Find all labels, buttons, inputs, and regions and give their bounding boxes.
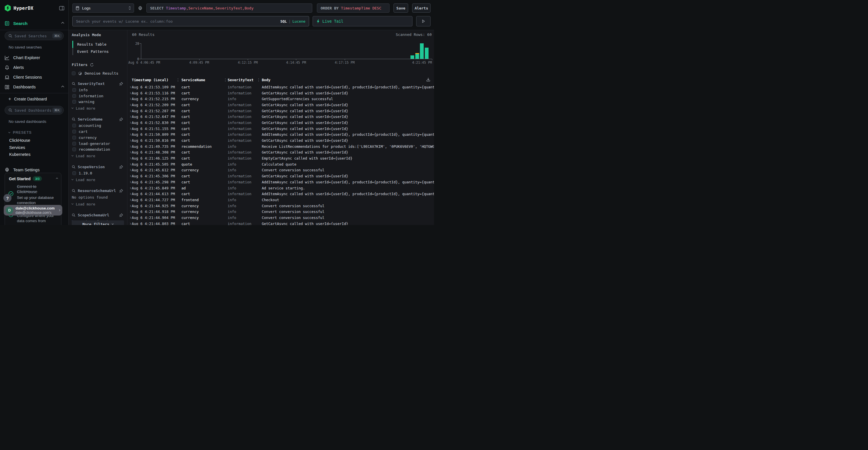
save-button[interactable]: Save — [394, 3, 408, 12]
expand-row-chevron-icon[interactable] — [129, 193, 131, 195]
filter-option[interactable]: currency — [72, 135, 124, 141]
log-row[interactable]: Aug 6 4:21:44.613 PMcartinformationAddIt… — [128, 191, 434, 197]
expand-row-chevron-icon[interactable] — [129, 98, 131, 100]
checkbox[interactable] — [72, 124, 76, 127]
order-by-input[interactable]: ORDER BYTimestampTime DESC — [317, 3, 390, 12]
log-row[interactable]: Aug 6 4:21:44.925 PMcurrencyinfoConvert … — [128, 203, 434, 209]
preset-clickhouse[interactable]: ClickHouse — [9, 137, 68, 144]
expand-row-chevron-icon[interactable] — [129, 116, 131, 118]
log-row[interactable]: Aug 6 4:21:52.287 PMcartinformationGetCa… — [128, 108, 434, 114]
expand-row-chevron-icon[interactable] — [129, 86, 131, 88]
log-row[interactable]: Aug 6 4:21:44.918 PMcurrencyinfoConvert … — [128, 208, 434, 215]
log-row[interactable]: Aug 6 4:21:52.830 PMcartinformationGetCa… — [128, 120, 434, 126]
pin-icon[interactable] — [119, 213, 123, 217]
tab-results-table[interactable]: Results Table — [72, 41, 124, 48]
presets-toggle[interactable]: PRESETS — [9, 131, 68, 135]
expand-row-chevron-icon[interactable] — [129, 146, 131, 148]
col-header-timestamp[interactable]: Timestamp (Local) — [132, 78, 178, 82]
checkbox[interactable] — [72, 94, 76, 98]
expand-row-chevron-icon[interactable] — [129, 151, 131, 153]
log-row[interactable]: Aug 6 4:21:52.209 PMcartinformationGetCa… — [128, 102, 434, 108]
log-row[interactable]: Aug 6 4:21:53.109 PMcartinformationAddIt… — [128, 84, 434, 90]
filter-option[interactable]: recommendation — [72, 147, 124, 153]
log-row[interactable]: Aug 6 4:21:52.647 PMcartinformationGetCa… — [128, 114, 434, 120]
chart-bar[interactable] — [410, 55, 414, 59]
source-select[interactable]: Logs — [72, 3, 134, 12]
chart-bar[interactable] — [420, 43, 424, 59]
search-icon[interactable] — [72, 82, 75, 86]
search-icon[interactable] — [72, 117, 75, 121]
expand-row-chevron-icon[interactable] — [129, 217, 131, 219]
alerts-button[interactable]: Alerts — [412, 3, 431, 12]
log-row[interactable]: Aug 6 4:21:45.849 PMadinfoAd service sta… — [128, 185, 434, 191]
sidebar-collapse-icon[interactable] — [59, 6, 64, 10]
expand-row-chevron-icon[interactable] — [129, 133, 131, 135]
col-header-severitytext[interactable]: SeverityText — [225, 78, 258, 82]
run-query-button[interactable] — [416, 16, 431, 26]
pin-icon[interactable] — [119, 117, 123, 121]
tab-event-patterns[interactable]: Event Patterns — [72, 48, 124, 55]
expand-row-chevron-icon[interactable] — [129, 211, 131, 213]
expand-row-chevron-icon[interactable] — [129, 122, 131, 124]
preset-services[interactable]: Services — [9, 144, 68, 151]
denoise-results-option[interactable]: Denoise Results — [72, 71, 124, 75]
col-header-body[interactable]: Body — [258, 78, 434, 82]
expand-row-chevron-icon[interactable] — [129, 92, 131, 94]
log-row[interactable]: Aug 6 4:21:46.125 PMcartinformationEmpty… — [128, 155, 434, 161]
search-icon[interactable] — [72, 213, 75, 217]
checkbox[interactable] — [72, 142, 76, 146]
log-row[interactable]: Aug 6 4:21:44.803 PMcartinformationGetCa… — [128, 221, 434, 225]
chevron-up-icon[interactable] — [56, 178, 58, 180]
load-more-button[interactable]: Load more — [72, 153, 124, 159]
expand-row-chevron-icon[interactable] — [129, 199, 131, 201]
mode-lucene-toggle[interactable]: Lucene — [292, 19, 305, 24]
filter-option[interactable]: 1.19.0 — [72, 170, 124, 176]
more-filters-button[interactable]: More filters — [72, 220, 124, 225]
preset-kubernetes[interactable]: Kubernetes — [9, 151, 68, 158]
live-tail-button[interactable]: Live Tail — [313, 16, 412, 26]
expand-row-chevron-icon[interactable] — [129, 205, 131, 207]
expand-row-chevron-icon[interactable] — [129, 163, 131, 165]
log-row[interactable]: Aug 6 4:21:45.306 PMcartinformationGetCa… — [128, 173, 434, 179]
log-row[interactable]: Aug 6 4:21:44.727 PMfrontendinfoCheckout — [128, 197, 434, 203]
sidebar-item-dashboards[interactable]: Dashboards — [0, 82, 68, 92]
log-row[interactable]: Aug 6 4:21:44.904 PMcurrencyinfoConvert … — [128, 215, 434, 221]
log-row[interactable]: Aug 6 4:21:45.612 PMcurrencyinfoConvert … — [128, 167, 434, 173]
pin-icon[interactable] — [119, 82, 123, 86]
sidebar-item-chart-explorer[interactable]: Chart Explorer — [0, 53, 68, 63]
checkbox[interactable] — [72, 88, 76, 92]
chart-bar[interactable] — [425, 47, 429, 59]
log-row[interactable]: Aug 6 4:21:49.735 PMrecommendationinfoRe… — [128, 143, 434, 150]
log-row[interactable]: Aug 6 4:21:50.809 PMcartinformationAddIt… — [128, 132, 434, 138]
saved-dashboards-input[interactable]: Saved Dashboards ⌘K — [5, 106, 64, 115]
checkbox[interactable] — [72, 171, 76, 175]
refresh-icon[interactable] — [90, 63, 94, 67]
download-icon[interactable] — [426, 77, 431, 82]
checkbox[interactable] — [72, 71, 75, 75]
chart-plot[interactable] — [141, 43, 432, 59]
expand-row-chevron-icon[interactable] — [129, 157, 131, 159]
expand-row-chevron-icon[interactable] — [129, 187, 131, 189]
load-more-button[interactable]: Load more — [72, 105, 124, 111]
col-header-servicename[interactable]: ServiceName — [178, 78, 225, 82]
search-icon[interactable] — [72, 189, 75, 193]
log-row[interactable]: Aug 6 4:21:53.116 PMcartinformationGetCa… — [128, 90, 434, 96]
filter-option[interactable]: cart — [72, 129, 124, 135]
expand-row-chevron-icon[interactable] — [129, 175, 131, 177]
log-row[interactable]: Aug 6 4:21:52.215 PMcurrencyinfoGetSuppo… — [128, 96, 434, 102]
sidebar-item-search[interactable]: Search — [0, 19, 68, 28]
log-row[interactable]: Aug 6 4:21:50.816 PMcartinformationGetCa… — [128, 137, 434, 143]
help-button[interactable]: ? — [3, 194, 11, 202]
checkbox[interactable] — [72, 100, 76, 104]
sidebar-item-client-sessions[interactable]: Client Sessions — [0, 72, 68, 82]
log-row[interactable]: Aug 6 4:21:45.298 PMcartinformationAddIt… — [128, 179, 434, 185]
sidebar-item-alerts[interactable]: Alerts — [0, 63, 68, 72]
user-menu[interactable]: D dale@clickhouse.com dale@clickhouse.co… — [4, 205, 62, 216]
filter-option[interactable]: accounting — [72, 123, 124, 129]
log-row[interactable]: Aug 6 4:21:45.505 PMquoteinfoCalculated … — [128, 161, 434, 167]
filter-option[interactable]: info — [72, 87, 124, 93]
get-started-step-title[interactable]: Connect to ClickHouse — [17, 184, 49, 194]
log-row[interactable]: Aug 6 4:21:48.308 PMcartinformationGetCa… — [128, 150, 434, 156]
mode-sql-toggle[interactable]: SQL — [280, 19, 287, 24]
select-columns-input[interactable]: SELECTTimestamp,ServiceName,SeverityText… — [146, 3, 312, 12]
